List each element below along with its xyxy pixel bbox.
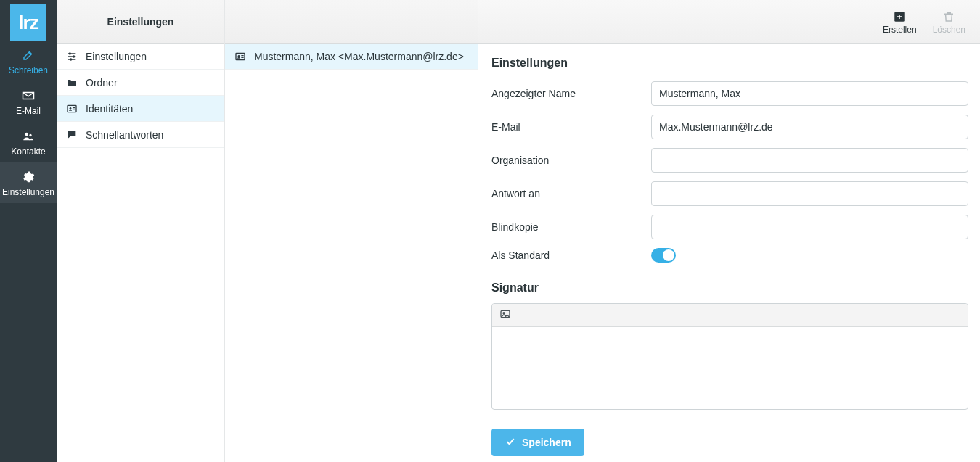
app-logo: lrz <box>10 4 46 41</box>
check-icon <box>505 436 516 450</box>
gear-icon <box>21 170 36 184</box>
sliders-icon <box>65 51 78 62</box>
identity-item[interactable]: Mustermann, Max <Max.Mustermann@lrz.de> <box>225 44 478 70</box>
identity-item-label: Mustermann, Max <Max.Mustermann@lrz.de> <box>254 51 464 62</box>
replyto-input[interactable] <box>651 181 968 206</box>
organization-input[interactable] <box>651 148 968 173</box>
svg-point-6 <box>70 107 72 110</box>
nav-compose-label: Schreiben <box>9 65 48 75</box>
nav-contacts-label: Kontakte <box>11 147 45 157</box>
svg-point-1 <box>29 134 31 136</box>
organization-label: Organisation <box>491 154 651 166</box>
signature-toolbar <box>492 304 968 327</box>
save-button-label: Speichern <box>522 437 571 448</box>
settings-cat-settings-label: Einstellungen <box>86 51 147 62</box>
settings-cat-identities[interactable]: Identitäten <box>57 96 224 122</box>
settings-cat-responses[interactable]: Schnellantworten <box>57 122 224 148</box>
settings-cat-settings[interactable]: Einstellungen <box>57 44 224 70</box>
id-card-icon <box>234 51 247 62</box>
nav-compose[interactable]: Schreiben <box>0 41 57 81</box>
nav-settings-label: Einstellungen <box>2 187 54 197</box>
chat-icon <box>65 129 78 141</box>
identity-form: Einstellungen Angezeigter Name E-Mail Or… <box>478 44 980 462</box>
settings-category-list: Einstellungen Ordner Identitäten Schnell… <box>57 44 224 462</box>
main-pane: Erstellen Löschen Einstellungen Angezeig… <box>478 0 980 462</box>
identities-column: Mustermann, Max <Max.Mustermann@lrz.de> <box>225 0 478 462</box>
svg-point-0 <box>25 133 29 136</box>
nav-contacts[interactable]: Kontakte <box>0 122 57 162</box>
create-identity-label: Erstellen <box>883 25 917 35</box>
svg-point-4 <box>70 59 72 60</box>
svg-point-11 <box>503 313 505 314</box>
nav-mail-label: E-Mail <box>16 106 41 116</box>
nav-mail[interactable]: E-Mail <box>0 81 57 122</box>
svg-point-2 <box>69 53 70 54</box>
contacts-icon <box>21 129 36 144</box>
bcc-input[interactable] <box>651 215 968 239</box>
nav-settings[interactable]: Einstellungen <box>0 162 57 203</box>
compose-icon <box>21 48 36 62</box>
settings-column-header: Einstellungen <box>57 0 224 44</box>
delete-identity-label: Löschen <box>933 25 965 35</box>
svg-point-8 <box>238 55 240 57</box>
trash-icon <box>942 9 955 25</box>
create-identity-button[interactable]: Erstellen <box>883 9 917 35</box>
identity-toolbar: Erstellen Löschen <box>478 0 980 44</box>
plus-square-icon <box>893 9 906 25</box>
settings-categories-column: Einstellungen Einstellungen Ordner Ident… <box>57 0 225 462</box>
nav-rail: lrz Schreiben E-Mail Kontakte Einstellun… <box>0 0 57 462</box>
settings-cat-folders[interactable]: Ordner <box>57 70 224 96</box>
signature-textarea[interactable] <box>492 327 968 407</box>
form-section-title: Einstellungen <box>491 57 968 70</box>
settings-cat-identities-label: Identitäten <box>86 103 133 115</box>
identities-column-header <box>225 0 478 44</box>
bcc-label: Blindkopie <box>491 221 651 233</box>
folder-icon <box>65 77 78 88</box>
signature-heading: Signatur <box>491 281 968 294</box>
svg-point-3 <box>73 56 75 57</box>
svg-rect-7 <box>236 53 245 59</box>
id-card-icon <box>65 103 78 115</box>
settings-cat-folders-label: Ordner <box>86 77 118 88</box>
svg-rect-5 <box>68 105 76 112</box>
email-input[interactable] <box>651 115 968 139</box>
email-label: E-Mail <box>491 121 651 133</box>
image-icon[interactable] <box>499 310 511 322</box>
identities-list: Mustermann, Max <Max.Mustermann@lrz.de> <box>225 44 478 462</box>
save-button[interactable]: Speichern <box>491 429 584 456</box>
display-name-input[interactable] <box>651 81 968 106</box>
settings-cat-responses-label: Schnellantworten <box>86 129 163 141</box>
replyto-label: Antwort an <box>491 188 651 199</box>
default-toggle[interactable] <box>651 248 676 263</box>
signature-editor <box>491 303 968 410</box>
default-label: Als Standard <box>491 249 651 261</box>
mail-icon <box>21 88 36 103</box>
display-name-label: Angezeigter Name <box>491 88 651 99</box>
delete-identity-button: Löschen <box>933 9 965 35</box>
